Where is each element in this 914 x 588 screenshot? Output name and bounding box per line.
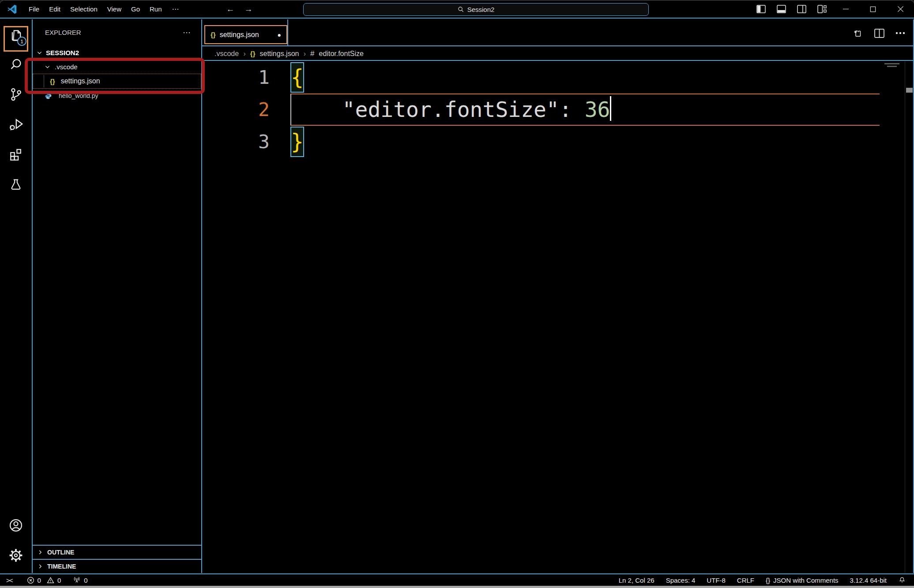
search-view-icon[interactable] xyxy=(0,49,32,79)
tab-settings-json[interactable]: {} settings.json ● xyxy=(204,25,287,44)
text-cursor xyxy=(610,96,611,121)
indent-guide xyxy=(44,75,44,87)
maximize-button[interactable] xyxy=(859,0,887,18)
value-token: 36 xyxy=(585,94,610,125)
symbol-number-icon: # xyxy=(310,49,314,58)
code-line-1: 1 { xyxy=(202,61,903,94)
menu-selection[interactable]: Selection xyxy=(65,3,102,15)
chevron-right-icon xyxy=(37,549,43,555)
space-token xyxy=(572,94,585,125)
tab-separator xyxy=(287,19,288,45)
chevron-down-icon xyxy=(44,64,51,70)
code-line-3: 3 } xyxy=(202,126,903,158)
run-debug-view-icon[interactable] xyxy=(0,109,32,139)
json-file-icon: {} xyxy=(50,78,55,85)
status-python-version[interactable]: 3.12.4 64-bit xyxy=(850,577,887,584)
folder-label: .vscode xyxy=(55,63,78,71)
minimize-button[interactable] xyxy=(832,0,859,18)
source-control-view-icon[interactable] xyxy=(0,79,32,109)
json-file-icon: {} xyxy=(211,31,216,38)
menu-edit[interactable]: Edit xyxy=(44,3,65,15)
minimap[interactable] xyxy=(884,63,899,64)
toggle-panel-icon[interactable] xyxy=(771,0,791,18)
customize-layout-icon[interactable] xyxy=(812,0,832,18)
outline-section-header[interactable]: OUTLINE xyxy=(33,545,201,559)
indent-token xyxy=(291,94,342,125)
tree-item-settings-json[interactable]: {} settings.json xyxy=(33,74,201,89)
timeline-section-header[interactable]: TIMELINE xyxy=(33,559,201,573)
status-encoding[interactable]: UTF-8 xyxy=(707,577,726,584)
status-cursor-position[interactable]: Ln 2, Col 26 xyxy=(619,577,654,584)
split-editor-icon[interactable] xyxy=(871,25,888,41)
nav-forward-icon[interactable]: → xyxy=(243,4,255,14)
search-icon xyxy=(458,6,464,13)
breadcrumb-separator: › xyxy=(303,49,306,58)
scrollbar-slider[interactable] xyxy=(906,88,913,93)
ports-indicator[interactable]: 0 xyxy=(73,576,87,584)
editor-group: {} settings.json ● xyxy=(202,19,914,573)
sidebar-header: EXPLORER ⋯ xyxy=(33,19,201,45)
colon-token: : xyxy=(559,94,572,125)
bell-icon xyxy=(898,576,906,584)
workspace-root-session2[interactable]: SESSION2 xyxy=(33,45,201,60)
menu-file[interactable]: File xyxy=(24,3,44,15)
close-button[interactable] xyxy=(887,0,914,18)
account-icon[interactable] xyxy=(0,510,32,540)
toggle-secondary-sidebar-icon[interactable] xyxy=(791,0,812,18)
vscode-window: File Edit Selection View Go Run ⋯ ← → Se… xyxy=(0,0,914,588)
status-eol[interactable]: CRLF xyxy=(737,577,754,584)
language-label: JSON with Comments xyxy=(773,577,839,584)
hello-world-py-label: hello_world.py xyxy=(59,92,98,99)
ports-count: 0 xyxy=(84,577,87,584)
open-settings-ui-icon[interactable] xyxy=(850,25,866,41)
line-number-3: 3 xyxy=(202,126,290,158)
status-indentation[interactable]: Spaces: 4 xyxy=(666,577,696,584)
command-center-search[interactable]: Session2 xyxy=(303,3,649,16)
extensions-view-icon[interactable] xyxy=(0,139,32,169)
menu-view[interactable]: View xyxy=(102,3,126,15)
breadcrumb-folder[interactable]: .vscode xyxy=(214,50,239,58)
tab-label: settings.json xyxy=(220,31,259,39)
problems-indicator[interactable]: 0 0 xyxy=(27,577,61,584)
scrollbar-track xyxy=(905,61,905,573)
tab-bar: {} settings.json ● xyxy=(202,19,913,46)
remote-indicator[interactable]: >< xyxy=(6,577,12,584)
menu-more-icon[interactable]: ⋯ xyxy=(167,3,185,15)
editor-more-actions-icon[interactable] xyxy=(892,25,909,41)
minimap-line xyxy=(887,66,897,67)
line-number-1: 1 xyxy=(202,61,290,94)
settings-gear-icon[interactable] xyxy=(0,540,32,570)
title-bar: File Edit Selection View Go Run ⋯ ← → Se… xyxy=(0,0,914,19)
line-number-2: 2 xyxy=(202,94,290,126)
tree-item-vscode-folder[interactable]: .vscode xyxy=(33,60,201,74)
menu-run[interactable]: Run xyxy=(145,3,167,15)
status-language-mode[interactable]: {} JSON with Comments xyxy=(766,577,839,584)
outline-label: OUTLINE xyxy=(47,549,74,556)
breadcrumb-symbol[interactable]: editor.fontSize xyxy=(319,50,364,58)
toggle-primary-sidebar-icon[interactable] xyxy=(751,0,771,18)
breadcrumb: .vscode › {} settings.json › # editor.fo… xyxy=(202,47,913,61)
braces-icon: {} xyxy=(766,577,770,584)
warning-count: 0 xyxy=(57,577,61,584)
code-editor[interactable]: 1 { 2 "editor.fontSize": 36 3 } xyxy=(202,61,903,573)
explorer-more-actions-icon[interactable]: ⋯ xyxy=(183,28,192,37)
chevron-right-icon xyxy=(37,563,43,569)
testing-view-icon[interactable] xyxy=(0,169,32,199)
window-bottom-edge xyxy=(0,586,914,588)
breadcrumb-file[interactable]: settings.json xyxy=(260,50,299,58)
close-brace-token: } xyxy=(290,127,304,157)
status-bar: >< 0 0 xyxy=(0,573,914,586)
dirty-indicator-icon[interactable]: ● xyxy=(278,31,281,38)
radio-tower-icon xyxy=(73,576,81,584)
breadcrumb-separator: › xyxy=(243,49,246,58)
tree-item-hello-world-py[interactable]: hello_world.py xyxy=(33,89,201,103)
error-count: 0 xyxy=(38,577,41,584)
warning-icon xyxy=(47,577,54,584)
vscode-logo-icon xyxy=(6,4,18,15)
search-value: Session2 xyxy=(467,6,495,13)
notifications-bell[interactable] xyxy=(898,576,906,584)
nav-back-icon[interactable]: ← xyxy=(225,4,237,14)
workspace-label: SESSION2 xyxy=(46,49,79,56)
timeline-label: TIMELINE xyxy=(47,563,76,570)
menu-go[interactable]: Go xyxy=(126,3,145,15)
